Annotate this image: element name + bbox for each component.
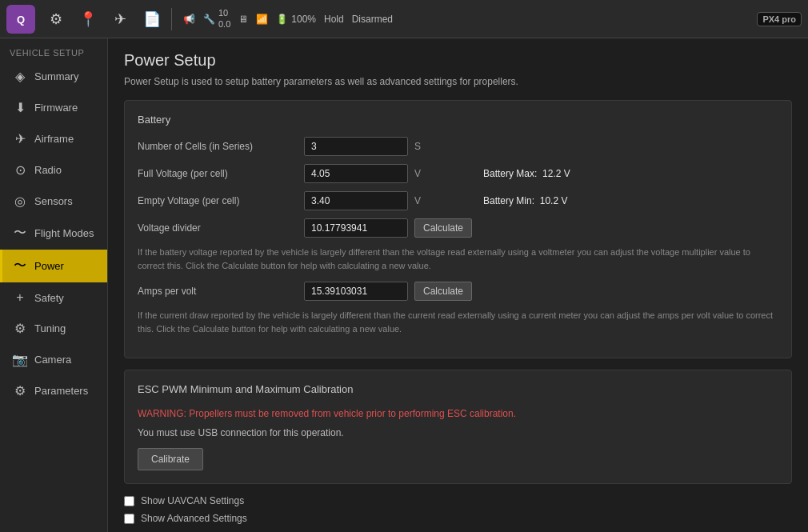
safety-icon: + <box>12 290 28 305</box>
sidebar-label-camera: Camera <box>34 354 71 366</box>
wrench-icon: 🔧 <box>203 14 215 25</box>
battery-status: 🔋 100% <box>276 14 316 25</box>
amps-per-volt-input[interactable] <box>304 282 408 301</box>
battery-icon: 🔋 <box>276 14 288 25</box>
amps-per-volt-label: Amps per volt <box>138 286 298 297</box>
hold-label: Hold <box>324 14 344 25</box>
settings-icon[interactable]: ⚙ <box>42 5 70 34</box>
voltage-divider-row: Voltage divider Calculate <box>138 218 778 238</box>
px4pro-badge: PX4 pro <box>757 12 802 26</box>
signal-status: 📶 <box>256 14 268 25</box>
esc-warning: WARNING: Propellers must be removed from… <box>138 406 778 421</box>
monitor-status: 🖥 <box>238 14 248 25</box>
topbar-divider <box>171 8 172 30</box>
num-cells-row: Number of Cells (in Series) S <box>138 137 778 156</box>
page-title: Power Setup <box>124 51 792 70</box>
advanced-checkbox[interactable] <box>124 514 134 524</box>
sidebar-label-sensors: Sensors <box>34 195 73 207</box>
empty-voltage-row: Empty Voltage (per cell) V Battery Min: … <box>138 191 778 210</box>
sidebar-label-safety: Safety <box>34 292 64 304</box>
sidebar-item-power[interactable]: 〜 Power <box>0 250 107 282</box>
battery-section: Battery Number of Cells (in Series) S Fu… <box>124 100 792 358</box>
sidebar-label-airframe: Airframe <box>34 133 74 145</box>
sidebar-header: Vehicle Setup <box>0 42 107 61</box>
status-bar: 📢 🔧 100.0 🖥 📶 🔋 100% Hold Disarmed <box>183 8 393 29</box>
battery-section-title: Battery <box>138 114 778 126</box>
radio-icon: ⊙ <box>12 162 28 178</box>
firmware-icon: ⬇ <box>12 100 28 115</box>
num-cells-input[interactable] <box>304 137 408 156</box>
empty-voltage-input[interactable] <box>304 191 408 210</box>
battery-min: Battery Min: 10.2 V <box>483 195 567 206</box>
airframe-icon: ✈ <box>12 131 28 146</box>
num-cells-unit: S <box>414 141 429 152</box>
sidebar: Vehicle Setup ◈ Summary ⬇ Firmware ✈ Air… <box>0 38 108 532</box>
voltage-divider-hint: If the battery voltage reported by the v… <box>138 246 778 272</box>
sidebar-item-airframe[interactable]: ✈ Airframe <box>0 123 107 154</box>
full-voltage-row: Full Voltage (per cell) V Battery Max: 1… <box>138 164 778 183</box>
page-description: Power Setup is used to setup battery par… <box>124 76 792 87</box>
location-icon[interactable]: 📍 <box>74 5 102 34</box>
sidebar-item-firmware[interactable]: ⬇ Firmware <box>0 92 107 123</box>
sidebar-item-summary[interactable]: ◈ Summary <box>0 61 107 92</box>
nav-icons: ⚙ 📍 ✈ 📄 <box>42 5 166 34</box>
sidebar-item-sensors[interactable]: ◎ Sensors <box>0 186 107 217</box>
disarmed-status: Disarmed <box>352 14 393 25</box>
disarmed-label: Disarmed <box>352 14 393 25</box>
advanced-checkbox-row: Show Advanced Settings <box>124 513 792 524</box>
sidebar-label-parameters: Parameters <box>34 385 88 397</box>
sidebar-label-firmware: Firmware <box>34 102 78 114</box>
sidebar-label-flight-modes: Flight Modes <box>34 227 94 239</box>
voltage-divider-calculate-button[interactable]: Calculate <box>414 218 472 238</box>
empty-voltage-unit: V <box>414 195 429 206</box>
sidebar-label-tuning: Tuning <box>34 322 66 334</box>
uavcan-label[interactable]: Show UAVCAN Settings <box>141 495 244 506</box>
main-layout: Vehicle Setup ◈ Summary ⬇ Firmware ✈ Air… <box>0 38 808 532</box>
sidebar-item-radio[interactable]: ⊙ Radio <box>0 154 107 186</box>
power-icon: 〜 <box>12 258 28 274</box>
flight-modes-icon: 〜 <box>12 225 28 242</box>
tuning-icon: ⚙ <box>12 321 28 336</box>
app-logo[interactable]: Q <box>6 5 35 34</box>
parameters-icon: ⚙ <box>12 383 28 398</box>
svg-text:Q: Q <box>17 14 25 26</box>
sidebar-label-summary: Summary <box>34 70 79 82</box>
usb-notice: You must use USB connection for this ope… <box>138 427 778 438</box>
send-icon[interactable]: ✈ <box>106 5 134 34</box>
esc-section-title: ESC PWM Minimum and Maximum Calibration <box>138 383 778 395</box>
monitor-icon: 🖥 <box>238 14 248 25</box>
camera-icon: 📷 <box>12 352 28 367</box>
amps-per-volt-calculate-button[interactable]: Calculate <box>414 282 472 301</box>
uavcan-checkbox[interactable] <box>124 496 134 506</box>
full-voltage-input[interactable] <box>304 164 408 183</box>
topbar: Q ⚙ 📍 ✈ 📄 📢 🔧 100.0 🖥 📶 🔋 100% <box>0 0 808 38</box>
megaphone-icon: 📢 <box>183 14 195 25</box>
voltage-divider-input[interactable] <box>304 218 408 238</box>
sidebar-item-tuning[interactable]: ⚙ Tuning <box>0 313 107 344</box>
sidebar-item-safety[interactable]: + Safety <box>0 282 107 313</box>
uavcan-checkbox-row: Show UAVCAN Settings <box>124 495 792 506</box>
counter-value: 100.0 <box>218 8 230 29</box>
main-content: Power Setup Power Setup is used to setup… <box>108 38 808 532</box>
num-cells-label: Number of Cells (in Series) <box>138 141 298 152</box>
sidebar-item-flight-modes[interactable]: 〜 Flight Modes <box>0 217 107 250</box>
esc-section: ESC PWM Minimum and Maximum Calibration … <box>124 370 792 484</box>
advanced-label[interactable]: Show Advanced Settings <box>141 513 247 524</box>
sidebar-label-power: Power <box>34 260 64 272</box>
sidebar-item-camera[interactable]: 📷 Camera <box>0 344 107 375</box>
sidebar-label-radio: Radio <box>34 164 62 176</box>
hold-status: Hold <box>324 14 344 25</box>
document-icon[interactable]: 📄 <box>138 5 166 34</box>
full-voltage-unit: V <box>414 168 429 179</box>
voltage-divider-label: Voltage divider <box>138 222 298 234</box>
full-voltage-label: Full Voltage (per cell) <box>138 168 298 179</box>
topbar-right: PX4 pro <box>757 12 802 26</box>
amps-per-volt-row: Amps per volt Calculate <box>138 282 778 301</box>
sensors-icon: ◎ <box>12 194 28 209</box>
sidebar-item-parameters[interactable]: ⚙ Parameters <box>0 375 107 406</box>
calibrate-button[interactable]: Calibrate <box>138 448 203 470</box>
signal-icon: 📶 <box>256 14 268 25</box>
battery-label: 100% <box>291 14 316 25</box>
empty-voltage-label: Empty Voltage (per cell) <box>138 195 298 206</box>
battery-max: Battery Max: 12.2 V <box>483 168 570 179</box>
